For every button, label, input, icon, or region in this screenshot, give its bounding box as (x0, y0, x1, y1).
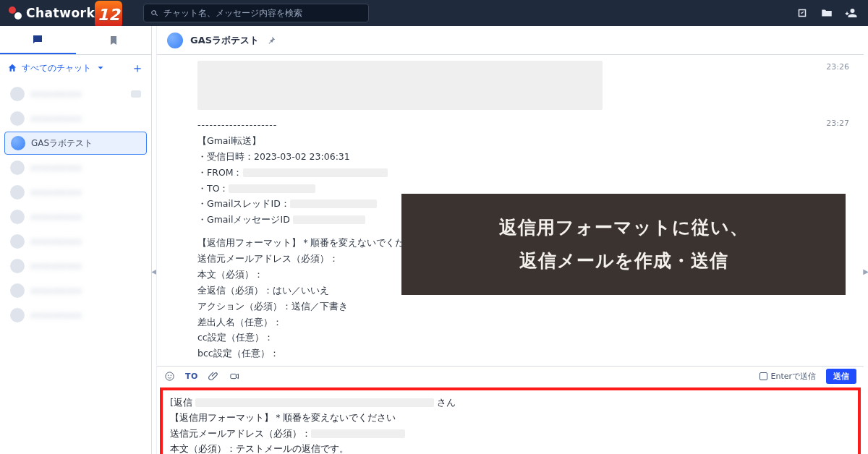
chevron-down-icon (95, 63, 106, 73)
tab-chats[interactable] (0, 26, 76, 54)
chat-list: xxxxxxxxxx xxxxxxxxxx GASラボテスト xxxxxxxxx… (0, 81, 151, 454)
list-item[interactable]: xxxxxxxxxx (4, 205, 147, 228)
chat-bubble-icon (31, 33, 44, 46)
attach-icon[interactable] (208, 371, 219, 382)
bookmark-icon (108, 35, 119, 46)
annotation-overlay: 返信用フォーマットに従い、 返信メールを作成・送信 (401, 194, 846, 295)
redacted-content (195, 398, 434, 407)
avatar (10, 308, 25, 322)
sidebar-filter[interactable]: すべてのチャット ＋ (0, 55, 151, 81)
checkbox-icon (760, 372, 767, 380)
list-item[interactable]: xxxxxxxxxx (4, 107, 147, 130)
video-icon[interactable] (229, 371, 240, 382)
avatar (10, 210, 25, 224)
svg-point-1 (168, 375, 169, 377)
svg-point-2 (171, 375, 172, 377)
redacted-content (293, 215, 365, 224)
sidebar-filter-label: すべてのチャット (22, 62, 91, 74)
svg-rect-3 (231, 374, 237, 379)
annotation-line: 返信メールを作成・送信 (519, 244, 728, 278)
redacted-content (311, 429, 405, 438)
topbar-actions (796, 7, 858, 20)
pin-icon[interactable] (266, 35, 276, 46)
avatar (10, 259, 25, 273)
tasks-icon[interactable] (796, 7, 809, 20)
avatar (10, 160, 25, 175)
to-button[interactable]: TO (185, 372, 198, 381)
list-item[interactable]: xxxxxxxxxx (4, 279, 147, 302)
list-item[interactable]: xxxxxxxxxx (4, 304, 147, 327)
avatar (11, 136, 25, 150)
list-item[interactable]: xxxxxxxxxx (4, 156, 147, 179)
list-item-selected[interactable]: GASラボテスト (4, 132, 147, 155)
redacted-content (290, 200, 377, 208)
avatar (10, 111, 25, 126)
emoji-icon[interactable] (164, 371, 175, 382)
redacted-content (243, 168, 388, 177)
files-icon[interactable] (820, 7, 833, 20)
home-icon (7, 63, 17, 73)
brand-badge: 12 (95, 1, 122, 28)
avatar (10, 283, 25, 298)
search-input[interactable]: チャット名、メッセージ内容を検索 (143, 4, 369, 22)
sidebar-tabs (0, 26, 151, 55)
compose-toolbar: TO Enterで送信 送信 (157, 366, 864, 386)
new-chat-button[interactable]: ＋ (131, 61, 144, 74)
list-item[interactable]: xxxxxxxxxx (4, 254, 147, 278)
collapse-right-handle[interactable]: ▶ (864, 26, 868, 454)
avatar (10, 185, 25, 200)
room-avatar (167, 33, 183, 48)
svg-point-0 (166, 372, 174, 380)
tab-bookmarks[interactable] (76, 26, 152, 54)
redacted-content (197, 61, 603, 110)
chat-header: GASラボテスト (157, 26, 864, 55)
sidebar: すべてのチャット ＋ xxxxxxxxxx xxxxxxxxxx GASラボテス… (0, 26, 152, 454)
room-title: GASラボテスト (190, 34, 259, 47)
list-item[interactable]: xxxxxxxxxx (4, 181, 147, 204)
annotation-line: 返信用フォーマットに従い、 (499, 211, 749, 244)
search-icon (150, 9, 159, 18)
redacted-content (229, 184, 315, 193)
message: 23:26 (169, 61, 852, 110)
list-item[interactable]: xxxxxxxxxx (4, 230, 147, 253)
search-placeholder: チャット名、メッセージ内容を検索 (163, 8, 302, 19)
message-time: 23:27 (826, 119, 849, 128)
list-item[interactable]: xxxxxxxxxx (4, 82, 147, 106)
enter-to-send-toggle[interactable]: Enterで送信 (760, 371, 816, 382)
compose-input[interactable]: [返信 さん 【返信用フォーマット】＊順番を変えないでください 送信元メールアド… (160, 387, 861, 454)
chatwork-logo-icon (9, 7, 22, 20)
brand: Chatwork 12 (9, 0, 143, 28)
add-contact-icon[interactable] (845, 7, 858, 20)
message-time: 23:26 (826, 62, 849, 72)
send-button[interactable]: 送信 (826, 369, 856, 384)
avatar (10, 234, 25, 249)
brand-name: Chatwork (26, 6, 95, 20)
avatar (10, 87, 25, 101)
top-bar: Chatwork 12 チャット名、メッセージ内容を検索 (0, 0, 868, 26)
unread-badge (131, 90, 141, 98)
